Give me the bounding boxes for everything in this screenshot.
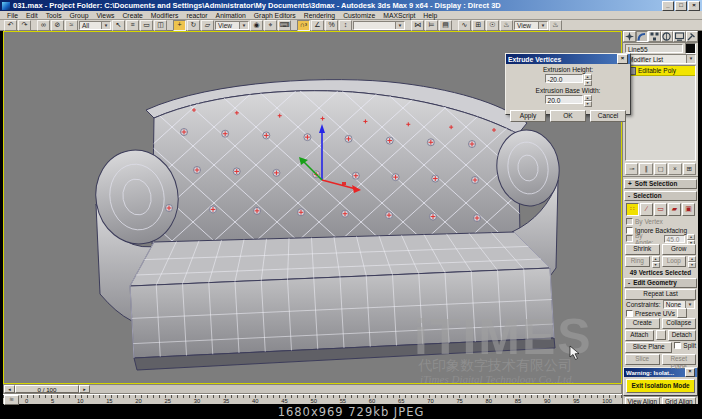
open-mini-curve-editor-button[interactable]: ≋ [4,395,19,405]
spinner-down-icon[interactable]: ▾ [688,262,696,268]
element-subobject-icon[interactable]: ▣ [682,203,695,216]
tab-create[interactable] [623,31,636,42]
menu-help[interactable]: Help [419,12,441,19]
previous-frame-icon[interactable]: ◂ [4,385,15,393]
menu-animation[interactable]: Animation [212,12,250,19]
collapse-button[interactable]: Collapse [662,318,697,329]
schematic-view-icon[interactable]: ⊞ [472,20,485,31]
angle-snap-icon[interactable]: ∠ [311,20,324,31]
rectangular-selection-region-icon[interactable]: ▭ [140,20,153,31]
tab-modify[interactable] [636,31,649,42]
pin-stack-icon[interactable]: ⊸ [625,163,638,175]
cancel-button[interactable]: Cancel [590,110,626,122]
exit-isolation-mode-button[interactable]: Exit Isolation Mode [626,379,695,393]
menu-tools[interactable]: Tools [42,12,66,19]
view-align-button[interactable]: View Align [625,397,660,404]
by-angle-field[interactable]: 45.0 [664,235,685,243]
spinner-down-icon[interactable]: ▾ [584,101,592,107]
menu-reactor[interactable]: reactor [182,12,211,19]
percent-snap-icon[interactable]: % [325,20,338,31]
tab-utilities[interactable] [686,31,699,42]
loop-spinner[interactable]: ▴▾ [688,256,696,266]
stack-item-editable-poly[interactable]: Editable Poly [626,66,695,76]
tab-display[interactable] [673,31,686,42]
snaps-toggle-icon[interactable]: ∩³ [297,20,310,31]
quick-render-icon[interactable]: ♨ [549,20,562,31]
maximize-button[interactable]: □ [675,1,687,11]
redo-icon[interactable]: ↷ [18,20,31,31]
selection-filter-dropdown[interactable]: All ▼ [79,21,111,30]
ignore-backfacing-checkbox[interactable] [626,227,633,234]
select-and-manipulate-icon[interactable]: ⌖ [264,20,277,31]
detach-button[interactable]: Detach [668,330,697,341]
align-icon[interactable]: ⊨ [425,20,438,31]
preserve-uvs-settings-button[interactable] [677,308,687,318]
rollout-soft-selection[interactable]: + Soft Selection [624,179,697,189]
configure-modifier-sets-icon[interactable]: ⊞ [683,163,696,175]
by-vertex-checkbox[interactable] [626,218,633,225]
modifier-list-dropdown[interactable]: Modifier List ▼ [625,54,696,64]
show-end-result-icon[interactable]: ∥ [639,163,652,175]
menu-views[interactable]: Views [92,12,118,19]
create-button[interactable]: Create [625,318,660,329]
make-unique-icon[interactable]: ▢ [654,163,667,175]
material-editor-icon[interactable]: ☉ [486,20,499,31]
preserve-uvs-checkbox[interactable] [626,310,633,317]
grow-button[interactable]: Grow [662,244,697,255]
render-type-dropdown[interactable]: View ▼ [514,21,548,30]
menu-create[interactable]: Create [118,12,146,19]
split-checkbox[interactable] [674,342,681,349]
rollout-selection[interactable]: - Selection [624,191,697,201]
ok-button[interactable]: OK [550,110,586,122]
apply-button[interactable]: Apply [510,110,546,122]
polygon-subobject-icon[interactable]: ▰ [668,203,681,216]
spinner-snap-icon[interactable]: ↕ [339,20,352,31]
keyboard-shortcut-override-icon[interactable]: ⌨ [278,20,291,31]
vertex-subobject-icon[interactable]: ∷ [626,203,639,216]
render-setup-icon[interactable]: ♨ [500,20,513,31]
grid-align-button[interactable]: Grid Align [662,397,697,404]
slice-plane-button[interactable]: Slice Plane [625,342,672,353]
menu-group[interactable]: Group [66,12,93,19]
repeat-last-button[interactable]: Repeat Last [625,289,696,300]
timeline-ruler[interactable]: 0 5 10 15 20 25 30 35 40 45 50 55 60 65 … [3,394,622,404]
extrusion-base-width-field[interactable]: 20.0 [545,95,583,104]
reset-plane-button[interactable]: Reset Plane [662,354,697,365]
shrink-button[interactable]: Shrink [625,244,660,255]
layer-manager-icon[interactable]: ▤ [439,20,452,31]
spinner-down-icon[interactable]: ▾ [652,262,660,268]
mirror-icon[interactable]: ⋈ [411,20,424,31]
curve-editor-icon[interactable]: ∿ [458,20,471,31]
extrusion-base-width-spinner[interactable]: ▴ ▾ [584,95,592,106]
undo-icon[interactable]: ↶ [4,20,17,31]
select-and-scale-icon[interactable]: ▱ [201,20,214,31]
ring-button[interactable]: Ring [625,256,650,267]
menu-customize[interactable]: Customize [339,12,379,19]
tab-motion[interactable] [661,31,674,42]
menu-edit[interactable]: Edit [22,12,42,19]
edge-subobject-icon[interactable]: ∕ [640,203,653,216]
extrusion-height-field[interactable]: -20.0 [545,74,583,83]
unlink-selection-icon[interactable]: ⊘ [51,20,64,31]
menu-rendering[interactable]: Rendering [300,12,339,19]
select-object-icon[interactable]: ↖ [112,20,125,31]
time-slider-thumb[interactable]: 0 / 100 [15,385,79,393]
select-by-name-icon[interactable]: ≡ [126,20,139,31]
use-pivot-center-icon[interactable]: ◉ [250,20,263,31]
loop-button[interactable]: Loop [662,256,687,267]
bind-to-space-warp-icon[interactable]: ≈ [65,20,78,31]
dialog-close-icon[interactable]: × [617,54,628,64]
menu-file[interactable]: File [3,12,22,19]
by-angle-checkbox[interactable] [626,235,633,242]
attach-list-button[interactable] [656,330,666,340]
window-crossing-icon[interactable]: ◫ [154,20,167,31]
border-subobject-icon[interactable]: ▭ [654,203,667,216]
named-selection-sets-dropdown[interactable]: ▼ [353,21,405,30]
minimize-button[interactable]: _ [662,1,674,11]
attach-button[interactable]: Attach [625,330,654,341]
extrusion-height-spinner[interactable]: ▴ ▾ [584,74,592,85]
warning-title-bar[interactable]: Warning: Isolat... × [624,368,697,377]
slice-button[interactable]: Slice [625,354,660,365]
remove-modifier-icon[interactable]: × [668,163,681,175]
tab-hierarchy[interactable] [648,31,661,42]
